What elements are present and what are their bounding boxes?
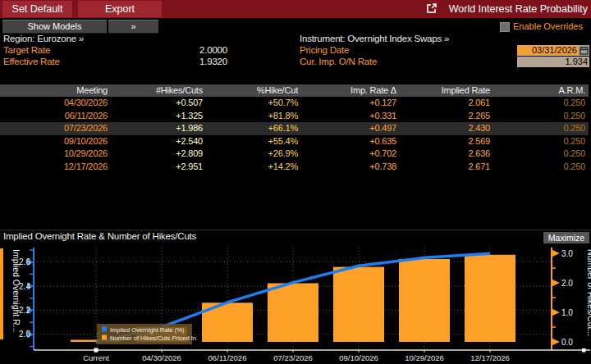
legend-swatch-line: [102, 327, 107, 332]
table-cell: +0.507: [111, 97, 206, 110]
left-axis-title: Implied Overnight R...: [11, 249, 21, 333]
meetings-table: Meeting#Hikes/Cuts%Hike/CutImp. Rate ΔIm…: [0, 84, 589, 173]
table-cell: 09/10/2026: [0, 135, 111, 148]
table-cell: 0.250: [493, 110, 589, 123]
table-cell: 12/17/2026: [0, 161, 111, 174]
instrument-selector[interactable]: Instrument: Overnight Index Swaps »: [300, 34, 449, 43]
table-cell: +2.809: [111, 148, 206, 161]
wirp-screen: { "toolbar": { "set_default": "Set Defau…: [0, 0, 591, 364]
effective-rate-label: Effective Rate: [3, 57, 60, 66]
effective-rate-value: 1.9320: [164, 57, 227, 66]
set-default-button[interactable]: Set Default: [2, 1, 72, 17]
table-cell: +2.951: [111, 161, 206, 174]
table-cell: 2.569: [400, 135, 493, 148]
calendar-icon[interactable]: [579, 45, 589, 56]
right-tick-label: 3.0: [561, 249, 573, 258]
table-cell: +26.9%: [206, 148, 301, 161]
x-tick-label: 04/30/2026: [142, 353, 181, 362]
table-cell: +1.986: [111, 122, 206, 135]
table-cell: +0.497: [301, 122, 400, 135]
target-rate-value: 2.0000: [164, 45, 227, 55]
table-cell: +0.331: [301, 110, 400, 123]
show-models-button[interactable]: Show Models: [2, 20, 107, 34]
bar-hikes-cuts: [268, 284, 318, 342]
cur-imp-on-rate-field[interactable]: 1.934: [517, 57, 589, 67]
x-tick-label: 10/29/2026: [405, 353, 444, 362]
table-cell: 0.250: [493, 135, 589, 148]
x-tick-label: 06/11/2026: [208, 353, 247, 362]
x-tick-label: 09/10/2026: [339, 353, 378, 362]
table-cell: +66.1%: [206, 122, 301, 135]
table-cell: +50.7%: [206, 97, 301, 110]
table-cell: +14.2%: [206, 161, 301, 174]
table-cell: +55.4%: [206, 135, 301, 148]
target-rate-label: Target Rate: [3, 45, 50, 55]
table-cell: 2.061: [400, 97, 493, 110]
table-cell: +1.325: [111, 110, 206, 123]
table-cell: 04/30/2026: [0, 97, 111, 110]
table-cell: 0.250: [493, 148, 589, 161]
column-header: Implied Rate: [400, 84, 493, 97]
enable-overrides-label: Enable Overrides: [513, 21, 583, 31]
x-tick-label: 07/23/2026: [273, 353, 313, 362]
open-window-icon[interactable]: [426, 2, 438, 20]
table-cell: 2.430: [400, 122, 493, 135]
legend-label-line: Implied Overnight Rate (%): [110, 326, 185, 334]
cur-imp-on-rate-label: Cur. Imp. O/N Rate: [300, 57, 377, 66]
bar-hikes-cuts: [333, 267, 384, 342]
column-header: Imp. Rate Δ: [301, 84, 400, 97]
pricing-date-label: Pricing Date: [300, 45, 349, 55]
table-cell: 2.265: [400, 110, 493, 123]
table-cell: 0.250: [493, 161, 589, 174]
right-tick-label: 0.0: [561, 338, 573, 347]
current-marker: [94, 348, 98, 353]
table-cell: 07/23/2026: [0, 122, 111, 135]
panel-divider: [0, 230, 591, 230]
table-cell: 06/11/2026: [0, 110, 111, 123]
table-cell: 10/29/2026: [0, 148, 111, 161]
axis-end-marker: [582, 348, 586, 353]
bar-hikes-cuts: [399, 259, 450, 342]
x-tick-label: Current: [83, 353, 109, 362]
right-tick-label: 2.0: [561, 279, 573, 288]
bar-hikes-cuts: [465, 255, 515, 342]
right-tick-label: 1.0: [561, 308, 573, 317]
table-row[interactable]: 10/29/2026+2.809+26.9%+0.7022.6360.250: [0, 148, 589, 161]
chart-title: Implied Overnight Rate & Number of Hikes…: [3, 231, 196, 241]
table-cell: 2.636: [400, 148, 493, 161]
region-selector[interactable]: Region: Eurozone »: [3, 34, 84, 43]
maximize-button[interactable]: Maximize: [543, 232, 589, 243]
table-row[interactable]: 06/11/2026+1.325+81.8%+0.3312.2650.250: [0, 110, 589, 123]
legend-swatch-bar: [102, 335, 107, 340]
x-tick-label: 12/17/2026: [470, 353, 510, 362]
table-cell: 0.250: [493, 122, 589, 135]
table-cell: +0.635: [301, 135, 400, 148]
table-header: Meeting#Hikes/Cuts%Hike/CutImp. Rate ΔIm…: [0, 84, 589, 97]
table-row[interactable]: 12/17/2026+2.951+14.2%+0.7382.6710.250: [0, 161, 589, 174]
pricing-date-input[interactable]: 03/31/2026: [517, 45, 579, 56]
export-button[interactable]: Export: [78, 1, 162, 17]
table-cell: +81.8%: [206, 110, 301, 123]
page-title: World Interest Rate Probability: [449, 3, 588, 15]
table-cell: 0.250: [493, 97, 589, 110]
table-cell: +2.540: [111, 135, 206, 148]
table-row[interactable]: 09/10/2026+2.540+55.4%+0.6352.5690.250: [0, 135, 589, 148]
column-header: #Hikes/Cuts: [111, 84, 206, 97]
table-cell: +0.702: [301, 148, 400, 161]
toolbar: Set Default Export World Interest Rate P…: [0, 0, 591, 18]
table-cell: +0.738: [301, 161, 400, 174]
table-cell: +0.127: [301, 97, 400, 110]
right-tick-arrow: [552, 280, 560, 287]
expand-models-button[interactable]: »: [108, 20, 158, 34]
table-row[interactable]: 04/30/2026+0.507+50.7%+0.1272.0610.250: [0, 97, 589, 110]
column-header: Meeting: [0, 84, 111, 97]
table-cell: 2.671: [400, 161, 493, 174]
right-tick-arrow: [552, 339, 560, 346]
right-tick-arrow: [552, 309, 560, 316]
title-bar: World Interest Rate Probability: [426, 0, 588, 18]
table-row[interactable]: 07/23/2026+1.986+66.1%+0.4972.4300.250: [0, 122, 589, 135]
legend-label-bar: Number of Hikes/Cuts Priced In: [110, 334, 196, 342]
right-tick-arrow: [552, 250, 560, 257]
enable-overrides-checkbox[interactable]: [500, 22, 510, 32]
right-axis-title: Number of Hikes/Cut...: [586, 249, 591, 336]
